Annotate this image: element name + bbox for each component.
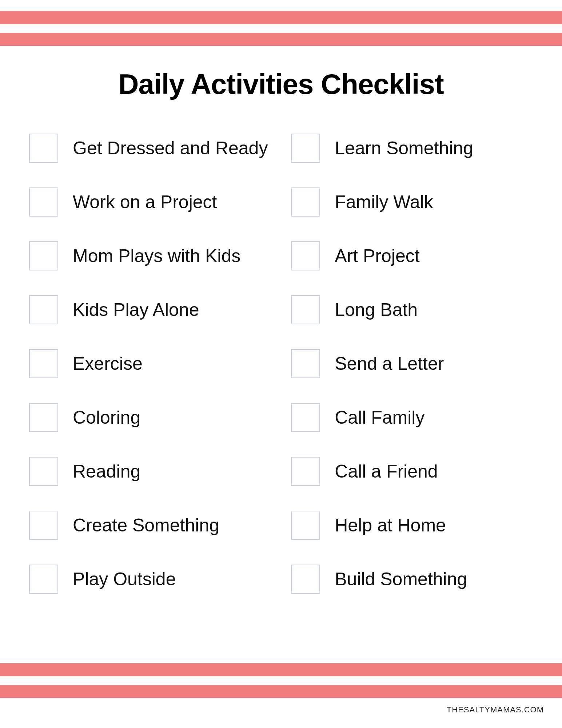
checklist-item: Learn Something — [291, 134, 533, 163]
checklist-item: Mom Plays with Kids — [29, 241, 291, 270]
bottom-stripes: THESALTYMAMAS.COM — [0, 663, 562, 728]
item-label: Get Dressed and Ready — [73, 138, 268, 158]
right-column: Learn Something Family Walk Art Project … — [291, 134, 533, 618]
checklist-item: Call Family — [291, 403, 533, 432]
checklist-item: Family Walk — [291, 187, 533, 217]
checklist-item: Work on a Project — [29, 187, 291, 217]
item-label: Create Something — [73, 515, 219, 535]
item-label: Family Walk — [335, 192, 433, 212]
stripe-gap — [0, 724, 562, 728]
checkbox[interactable] — [291, 457, 320, 486]
checklist-columns: Get Dressed and Ready Work on a Project … — [29, 134, 533, 618]
checklist-item: Play Outside — [29, 565, 291, 594]
checkbox[interactable] — [291, 511, 320, 540]
footer-credit: THESALTYMAMAS.COM — [0, 698, 562, 724]
item-label: Work on a Project — [73, 192, 217, 212]
checklist-item: Long Bath — [291, 295, 533, 324]
stripe — [0, 11, 562, 24]
item-label: Kids Play Alone — [73, 300, 199, 320]
checkbox[interactable] — [291, 565, 320, 594]
checkbox[interactable] — [29, 565, 58, 594]
item-label: Coloring — [73, 408, 140, 428]
checklist-item: Coloring — [29, 403, 291, 432]
item-label: Build Something — [335, 569, 467, 589]
top-stripes — [0, 0, 562, 46]
item-label: Help at Home — [335, 515, 446, 535]
left-column: Get Dressed and Ready Work on a Project … — [29, 134, 291, 618]
checkbox[interactable] — [291, 134, 320, 163]
checkbox[interactable] — [29, 511, 58, 540]
checkbox[interactable] — [291, 241, 320, 270]
checklist-item: Reading — [29, 457, 291, 486]
checklist-item: Get Dressed and Ready — [29, 134, 291, 163]
item-label: Mom Plays with Kids — [73, 246, 240, 266]
item-label: Play Outside — [73, 569, 176, 589]
stripe-gap — [0, 24, 562, 33]
item-label: Exercise — [73, 354, 143, 374]
item-label: Send a Letter — [335, 354, 444, 374]
item-label: Reading — [73, 462, 140, 482]
checklist-item: Exercise — [29, 349, 291, 378]
stripe-gap — [0, 676, 562, 685]
checkbox[interactable] — [29, 349, 58, 378]
checklist-item: Art Project — [291, 241, 533, 270]
item-label: Call a Friend — [335, 462, 438, 482]
checkbox[interactable] — [291, 295, 320, 324]
item-label: Learn Something — [335, 138, 473, 158]
stripe — [0, 685, 562, 698]
item-label: Art Project — [335, 246, 419, 266]
checkbox[interactable] — [291, 403, 320, 432]
item-label: Long Bath — [335, 300, 418, 320]
checkbox[interactable] — [29, 403, 58, 432]
checklist-item: Call a Friend — [291, 457, 533, 486]
content-area: Daily Activities Checklist Get Dressed a… — [0, 46, 562, 629]
stripe — [0, 33, 562, 46]
checkbox[interactable] — [29, 134, 58, 163]
checklist-item: Send a Letter — [291, 349, 533, 378]
page-title: Daily Activities Checklist — [29, 68, 533, 101]
checkbox[interactable] — [29, 295, 58, 324]
checklist-item: Help at Home — [291, 511, 533, 540]
checkbox[interactable] — [291, 187, 320, 217]
checkbox[interactable] — [29, 241, 58, 270]
checkbox[interactable] — [29, 457, 58, 486]
checklist-item: Build Something — [291, 565, 533, 594]
checklist-item: Kids Play Alone — [29, 295, 291, 324]
stripe — [0, 663, 562, 676]
checklist-item: Create Something — [29, 511, 291, 540]
item-label: Call Family — [335, 408, 425, 428]
checkbox[interactable] — [291, 349, 320, 378]
checkbox[interactable] — [29, 187, 58, 217]
